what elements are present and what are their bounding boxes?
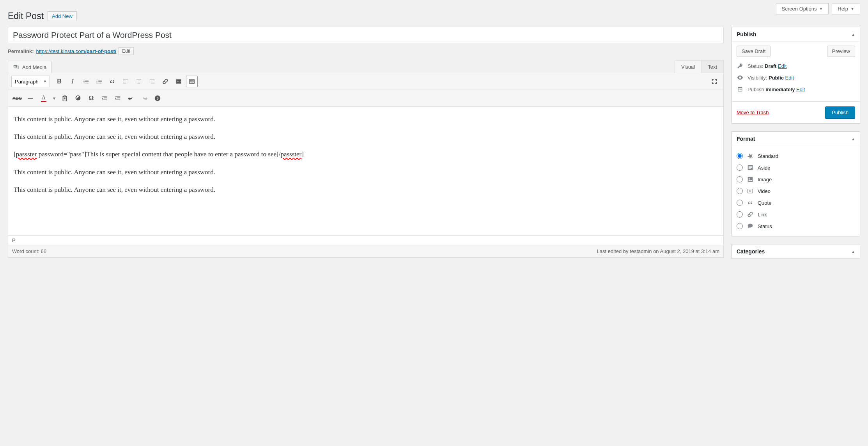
special-char-button[interactable]: Ω xyxy=(85,92,97,104)
edit-visibility-link[interactable]: Edit xyxy=(785,75,794,81)
format-label[interactable]: Status xyxy=(758,223,772,229)
publish-box: Publish ▲ Save Draft Preview Status: Dra… xyxy=(732,27,860,124)
permalink-base: https://test.kinsta.com/ xyxy=(36,48,86,54)
format-radio[interactable] xyxy=(737,200,743,206)
bullet-list-button[interactable] xyxy=(80,76,92,87)
collapse-icon[interactable]: ▲ xyxy=(851,32,855,37)
outdent-button[interactable] xyxy=(99,92,110,104)
bold-button[interactable]: B xyxy=(53,76,65,87)
content-paragraph: [passster password="pass"]This is super … xyxy=(14,149,718,159)
image-format-icon xyxy=(747,176,754,183)
format-label[interactable]: Quote xyxy=(758,200,771,206)
word-count: Word count: 66 xyxy=(12,248,46,254)
categories-box-title: Categories xyxy=(737,248,765,255)
format-radio[interactable] xyxy=(737,153,743,159)
format-option-quote: Quote xyxy=(737,197,855,209)
video-format-icon xyxy=(747,188,754,195)
chevron-down-icon: ▼ xyxy=(850,7,854,11)
content-paragraph: This content is public. Anyone can see i… xyxy=(14,184,718,195)
align-left-button[interactable] xyxy=(120,76,131,87)
svg-rect-1 xyxy=(28,98,33,99)
element-path: P xyxy=(8,235,724,245)
text-color-chevron[interactable]: ▼ xyxy=(51,92,57,104)
svg-rect-6 xyxy=(749,167,752,168)
fullscreen-button[interactable] xyxy=(709,76,720,87)
media-icon xyxy=(13,64,20,71)
add-media-button[interactable]: Add Media xyxy=(8,61,51,73)
permalink-url[interactable]: https://test.kinsta.com/part-of-post/ xyxy=(36,48,116,54)
edit-schedule-link[interactable]: Edit xyxy=(796,87,805,92)
format-option-link: Link xyxy=(737,209,855,220)
permalink-row: Permalink: https://test.kinsta.com/part-… xyxy=(8,47,724,55)
format-box-title: Format xyxy=(737,136,755,142)
calendar-icon xyxy=(737,86,744,93)
format-label[interactable]: Image xyxy=(758,177,772,182)
add-new-button[interactable]: Add New xyxy=(48,11,77,21)
format-radio[interactable] xyxy=(737,165,743,171)
permalink-slug: part-of-post/ xyxy=(87,48,117,54)
save-draft-button[interactable]: Save Draft xyxy=(737,46,771,57)
publish-button[interactable]: Publish xyxy=(825,106,855,119)
collapse-icon[interactable]: ▲ xyxy=(851,137,855,141)
keyboard-help-button[interactable]: ? xyxy=(152,92,163,104)
edit-permalink-button[interactable]: Edit xyxy=(119,47,134,55)
format-radio[interactable] xyxy=(737,223,743,229)
format-label[interactable]: Standard xyxy=(758,153,778,159)
screen-options-button[interactable]: Screen Options ▼ xyxy=(776,3,829,14)
spelling-error: passster xyxy=(280,150,301,158)
clear-format-button[interactable] xyxy=(72,92,84,104)
format-radio[interactable] xyxy=(737,176,743,182)
svg-rect-7 xyxy=(749,168,751,169)
readmore-button[interactable] xyxy=(173,76,184,87)
edit-status-link[interactable]: Edit xyxy=(778,63,787,69)
svg-text:?: ? xyxy=(156,96,159,101)
format-label[interactable]: Aside xyxy=(758,165,771,171)
format-option-status: Status xyxy=(737,220,855,232)
eye-icon xyxy=(737,74,744,81)
add-media-label: Add Media xyxy=(22,64,46,70)
align-right-button[interactable] xyxy=(146,76,158,87)
italic-button[interactable]: I xyxy=(67,76,78,87)
format-radio[interactable] xyxy=(737,188,743,194)
help-label: Help xyxy=(838,6,848,12)
permalink-label: Permalink: xyxy=(8,48,34,54)
align-center-button[interactable] xyxy=(133,76,145,87)
content-paragraph: This content is public. Anyone can see i… xyxy=(14,167,718,177)
editor-content[interactable]: This content is public. Anyone can see i… xyxy=(8,107,724,235)
preview-button[interactable]: Preview xyxy=(827,46,855,57)
format-option-aside: Aside xyxy=(737,162,855,173)
status-format-icon xyxy=(747,223,754,230)
undo-button[interactable] xyxy=(125,92,137,104)
indent-button[interactable] xyxy=(112,92,124,104)
schedule-value: immediately xyxy=(765,87,795,92)
post-title-input[interactable] xyxy=(8,27,724,43)
blockquote-button[interactable] xyxy=(106,76,118,87)
text-color-button[interactable]: A xyxy=(38,92,50,104)
collapse-icon[interactable]: ▲ xyxy=(851,250,855,254)
svg-point-9 xyxy=(749,178,750,179)
content-paragraph: This content is public. Anyone can see i… xyxy=(14,114,718,124)
link-button[interactable] xyxy=(159,76,171,87)
help-button[interactable]: Help ▼ xyxy=(832,3,860,14)
format-option-standard: Standard xyxy=(737,150,855,162)
paste-text-button[interactable] xyxy=(59,92,71,104)
svg-rect-5 xyxy=(749,166,752,166)
hr-button[interactable] xyxy=(25,92,36,104)
numbered-list-button[interactable] xyxy=(93,76,105,87)
format-label[interactable]: Link xyxy=(758,212,767,218)
format-label[interactable]: Video xyxy=(758,188,771,194)
tab-text[interactable]: Text xyxy=(701,60,724,73)
status-value: Draft xyxy=(765,63,776,69)
strikethrough-button[interactable]: ABC xyxy=(11,92,23,104)
toolbar-toggle-button[interactable] xyxy=(186,76,198,87)
tab-visual[interactable]: Visual xyxy=(675,60,701,73)
page-title: Edit Post xyxy=(8,11,44,21)
redo-button[interactable] xyxy=(138,92,150,104)
move-to-trash-link[interactable]: Move to Trash xyxy=(737,110,769,115)
paragraph-format-select[interactable]: Paragraph xyxy=(11,76,50,87)
quote-format-icon xyxy=(747,199,754,206)
chevron-down-icon: ▼ xyxy=(819,7,823,11)
format-radio[interactable] xyxy=(737,211,743,218)
last-edited: Last edited by testadmin on August 2, 20… xyxy=(597,248,719,254)
publish-box-title: Publish xyxy=(737,31,756,37)
